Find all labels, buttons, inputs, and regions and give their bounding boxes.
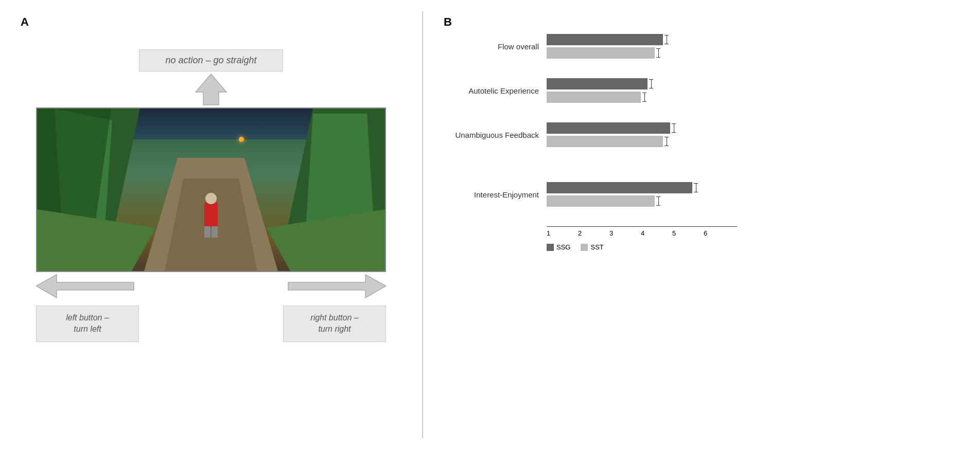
v-line-4 — [696, 184, 696, 192]
bar-wrapper-ssg-3 — [547, 122, 676, 134]
error-cap-h-sst-1 — [656, 48, 660, 58]
h-cap-bot-sst-1 — [656, 57, 660, 58]
chart-legend: SSG SST — [547, 243, 742, 251]
h-cap-bot-sst-3 — [664, 146, 669, 146]
bar-wrapper-sst-3 — [547, 136, 676, 147]
bar-sst-1 — [547, 47, 655, 59]
svg-marker-0 — [196, 74, 226, 105]
x-axis-labels: 1 2 3 4 5 6 — [547, 227, 737, 237]
svg-marker-2 — [288, 275, 386, 298]
x-label-3: 3 — [609, 229, 641, 237]
v-line-2 — [651, 80, 652, 88]
bar-sst-4 — [547, 195, 655, 207]
bar-ssg-3 — [547, 122, 670, 134]
v-line-3 — [674, 124, 674, 132]
bars-group-unambiguous — [547, 122, 676, 147]
legend-swatch-ssg — [547, 244, 554, 251]
bar-wrapper-ssg-4 — [547, 182, 698, 193]
chart-row-unambiguous: Unambiguous Feedback — [444, 122, 742, 147]
row-label-interest: Interest-Enjoyment — [444, 190, 547, 199]
error-cap-h-3 — [672, 123, 676, 133]
error-bar-sst-3 — [664, 137, 669, 146]
row-label-autotelic: Autotelic Experience — [444, 86, 547, 95]
bar-wrapper-sst-4 — [547, 195, 698, 207]
bottom-labels: left button – turn left right button – t… — [36, 305, 386, 342]
v-line-sst-3 — [667, 137, 667, 146]
panel-b: B Flow overall — [423, 0, 980, 450]
x-label-4: 4 — [641, 229, 672, 237]
h-cap-bot-1 — [664, 44, 669, 44]
bar-wrapper-sst-2 — [547, 92, 653, 103]
h-cap-bot-sst-4 — [656, 205, 660, 206]
error-bar-sst-4 — [656, 196, 660, 206]
error-cap-h-sst-3 — [664, 137, 669, 146]
x-label-6: 6 — [704, 229, 714, 237]
bars-group-interest — [547, 182, 698, 207]
error-bar-ssg-1 — [664, 35, 669, 44]
scene-container: no action – go straight — [36, 49, 386, 342]
error-cap-h-sst-4 — [656, 196, 660, 206]
x-label-1: 1 — [547, 229, 578, 237]
bar-ssg-4 — [547, 182, 692, 193]
bar-chart: Flow overall — [444, 34, 742, 368]
v-line-sst-2 — [644, 93, 645, 101]
svg-marker-1 — [36, 275, 134, 298]
bar-wrapper-sst-1 — [547, 47, 669, 59]
v-line-1 — [667, 35, 667, 44]
panel-a: A no action – go straight — [0, 0, 422, 450]
bars-group-autotelic — [547, 78, 653, 103]
bar-ssg-1 — [547, 34, 663, 45]
row-label-unambiguous: Unambiguous Feedback — [444, 131, 547, 139]
game-screenshot — [36, 107, 386, 272]
error-bar-sst-2 — [642, 93, 646, 102]
chart-row-autotelic: Autotelic Experience — [444, 78, 742, 103]
bar-sst-3 — [547, 136, 663, 147]
legend-item-sst: SST — [581, 243, 603, 251]
error-bar-sst-1 — [656, 48, 660, 58]
chart-row-flow-overall: Flow overall — [444, 34, 742, 59]
error-bar-ssg-2 — [649, 79, 653, 88]
legend-item-ssg: SSG — [547, 243, 570, 251]
panel-b-label: B — [444, 15, 959, 29]
error-cap-h-sst-2 — [642, 93, 646, 102]
left-action-label: left button – turn left — [36, 305, 139, 342]
row-label-flow-overall: Flow overall — [444, 42, 547, 51]
no-action-label: no action – go straight — [139, 49, 283, 71]
v-line-sst-1 — [658, 49, 659, 57]
x-label-5: 5 — [672, 229, 704, 237]
h-cap-bot-4 — [694, 192, 698, 192]
right-action-label: right button – turn right — [283, 305, 386, 342]
error-cap-h-4 — [694, 183, 698, 192]
bar-sst-2 — [547, 92, 641, 103]
h-cap-bot-3 — [672, 132, 676, 133]
left-arrow-icon — [36, 272, 139, 300]
up-arrow-icon — [193, 71, 229, 107]
error-cap-h-1 — [664, 35, 669, 44]
bar-ssg-2 — [547, 78, 647, 89]
bar-wrapper-ssg-1 — [547, 34, 669, 45]
h-cap-bot-2 — [649, 88, 653, 88]
legend-label-sst: SST — [590, 243, 603, 251]
legend-swatch-sst — [581, 244, 588, 251]
right-arrow-icon — [283, 272, 386, 300]
x-label-2: 2 — [578, 229, 609, 237]
legend-label-ssg: SSG — [556, 243, 570, 251]
chart-area: Flow overall — [444, 34, 742, 404]
bars-group-flow-overall — [547, 34, 669, 59]
v-line-sst-4 — [658, 197, 659, 205]
h-cap-bot-sst-2 — [642, 101, 646, 102]
error-bar-ssg-4 — [694, 183, 698, 192]
error-bar-ssg-3 — [672, 123, 676, 133]
error-cap-h-2 — [649, 79, 653, 88]
chart-row-interest: Interest-Enjoyment — [444, 182, 742, 207]
panel-a-label: A — [21, 15, 401, 29]
bar-wrapper-ssg-2 — [547, 78, 653, 89]
